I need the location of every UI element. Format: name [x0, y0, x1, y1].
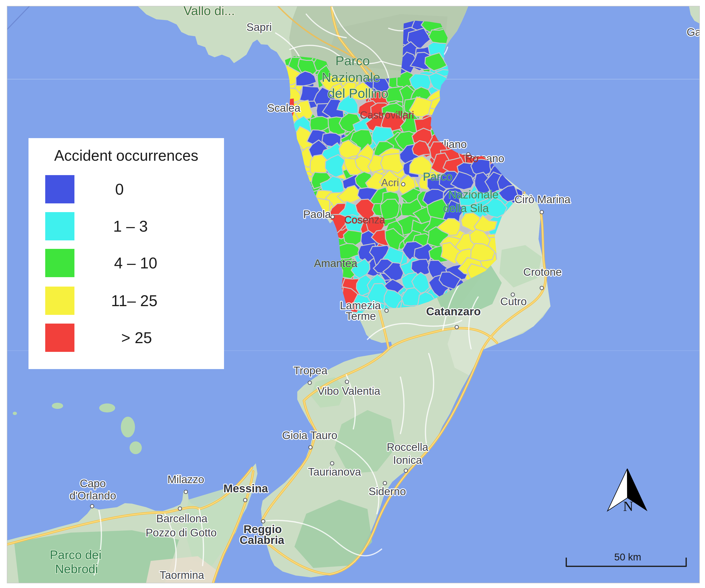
- svg-text:Calabria: Calabria: [240, 534, 284, 546]
- svg-text:Capo: Capo: [80, 477, 106, 490]
- svg-text:del Pollino: del Pollino: [328, 86, 388, 101]
- svg-text:Milazzo: Milazzo: [168, 473, 204, 486]
- svg-text:Nazionale: Nazionale: [322, 70, 380, 85]
- svg-text:Parco dei: Parco dei: [50, 548, 101, 561]
- svg-text:Amantea: Amantea: [314, 257, 358, 269]
- svg-text:Castrovillari: Castrovillari: [360, 109, 414, 121]
- svg-text:N: N: [623, 498, 633, 514]
- svg-text:Cirò Marina: Cirò Marina: [514, 193, 570, 206]
- svg-text:Paola: Paola: [303, 208, 331, 220]
- svg-text:Roccella: Roccella: [387, 441, 428, 453]
- svg-text:Messina: Messina: [223, 482, 268, 495]
- svg-text:> 25: > 25: [121, 329, 152, 347]
- svg-text:Parco: Parco: [335, 53, 370, 68]
- svg-text:Ga: Ga: [687, 26, 701, 38]
- svg-text:Scalea: Scalea: [267, 102, 300, 114]
- svg-text:della Sila: della Sila: [443, 202, 489, 215]
- svg-text:Accident occurrences: Accident occurrences: [54, 147, 198, 164]
- svg-text:50 km: 50 km: [614, 551, 641, 562]
- svg-text:Gioia Tauro: Gioia Tauro: [282, 429, 337, 441]
- svg-text:Tropea: Tropea: [293, 364, 327, 376]
- svg-text:Catanzaro: Catanzaro: [426, 305, 481, 318]
- svg-text:Siderno: Siderno: [369, 485, 406, 498]
- svg-text:Nazionale: Nazionale: [448, 188, 499, 201]
- svg-text:Acri: Acri: [381, 177, 399, 188]
- svg-text:Sapri: Sapri: [246, 21, 272, 33]
- svg-text:Barcellona: Barcellona: [156, 512, 207, 525]
- svg-text:Cosenza: Cosenza: [344, 214, 385, 226]
- svg-text:d'Orlando: d'Orlando: [69, 490, 116, 502]
- svg-text:Ionica: Ionica: [393, 454, 422, 466]
- svg-text:4 – 10: 4 – 10: [114, 254, 157, 272]
- svg-text:Ro: Ro: [465, 153, 478, 164]
- svg-text:Terme: Terme: [346, 310, 376, 322]
- svg-text:Crotone: Crotone: [523, 266, 562, 278]
- svg-text:Taormina: Taormina: [159, 569, 204, 581]
- svg-text:Pozzo di Gotto: Pozzo di Gotto: [146, 527, 217, 539]
- svg-text:Cutro: Cutro: [500, 295, 527, 308]
- svg-text:1 – 3: 1 – 3: [113, 218, 148, 235]
- svg-text:Taurianova: Taurianova: [308, 466, 361, 478]
- svg-text:Parco: Parco: [423, 170, 452, 183]
- svg-text:Nebrodi: Nebrodi: [55, 562, 98, 576]
- svg-text:11– 25: 11– 25: [111, 292, 157, 309]
- svg-text:Vibo Valentia: Vibo Valentia: [318, 385, 380, 397]
- svg-text:0: 0: [115, 181, 124, 198]
